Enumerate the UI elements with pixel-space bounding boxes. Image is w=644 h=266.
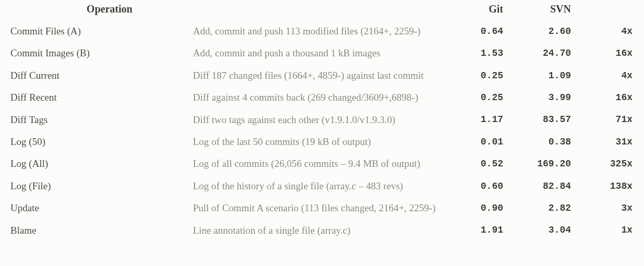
op-name: Commit Images (B) [0, 42, 188, 64]
svn-time: 83.57 [508, 109, 576, 131]
op-name: Log (50) [0, 131, 188, 153]
op-desc: Log of the last 50 commits (19 kB of out… [188, 131, 446, 153]
table-row: Diff RecentDiff against 4 commits back (… [0, 87, 644, 108]
header-operation: Operation [0, 0, 188, 20]
ratio: 16x [576, 42, 644, 64]
table-row: Log (File)Log of the history of a single… [0, 175, 644, 197]
svn-time: 1.09 [508, 65, 576, 87]
table-row: Log (All)Log of all commits (26,056 comm… [0, 153, 644, 175]
svn-time: 2.82 [508, 197, 576, 219]
ratio: 71x [576, 109, 644, 131]
git-time: 0.25 [446, 87, 508, 108]
op-name: Diff Recent [0, 87, 188, 108]
ratio: 4x [576, 65, 644, 87]
ratio: 3x [576, 197, 644, 219]
table-row: UpdatePull of Commit A scenario (113 fil… [0, 197, 644, 219]
git-time: 0.90 [446, 197, 508, 219]
op-name: Blame [0, 220, 188, 241]
git-time: 1.53 [446, 42, 508, 64]
op-name: Commit Files (A) [0, 20, 188, 42]
table-row: Commit Images (B)Add, commit and push a … [0, 42, 644, 64]
op-desc: Pull of Commit A scenario (113 files cha… [188, 197, 446, 219]
op-desc: Add, commit and push a thousand 1 kB ima… [188, 42, 446, 64]
op-name: Diff Tags [0, 109, 188, 131]
op-desc: Diff two tags against each other (v1.9.1… [188, 109, 446, 131]
header-ratio [576, 0, 644, 20]
git-time: 0.64 [446, 20, 508, 42]
table-row: BlameLine annotation of a single file (a… [0, 220, 644, 241]
op-desc: Log of the history of a single file (arr… [188, 175, 446, 197]
header-desc [188, 0, 446, 20]
ratio: 4x [576, 20, 644, 42]
op-desc: Add, commit and push 113 modified files … [188, 20, 446, 42]
op-name: Log (All) [0, 153, 188, 175]
op-desc: Log of all commits (26,056 commits – 9.4… [188, 153, 446, 175]
svn-time: 82.84 [508, 175, 576, 197]
svn-time: 2.60 [508, 20, 576, 42]
table-row: Diff CurrentDiff 187 changed files (1664… [0, 65, 644, 87]
ratio: 325x [576, 153, 644, 175]
git-time: 1.91 [446, 220, 508, 241]
op-desc: Diff against 4 commits back (269 changed… [188, 87, 446, 108]
ratio: 138x [576, 175, 644, 197]
svn-time: 0.38 [508, 131, 576, 153]
header-svn: SVN [508, 0, 576, 20]
op-desc: Diff 187 changed files (1664+, 4859-) ag… [188, 65, 446, 87]
table-row: Commit Files (A)Add, commit and push 113… [0, 20, 644, 42]
git-time: 1.17 [446, 109, 508, 131]
svn-time: 169.20 [508, 153, 576, 175]
header-git: Git [446, 0, 508, 20]
ratio: 16x [576, 87, 644, 108]
benchmark-table: Operation Git SVN Commit Files (A)Add, c… [0, 0, 644, 241]
svn-time: 3.99 [508, 87, 576, 108]
op-name: Diff Current [0, 65, 188, 87]
ratio: 31x [576, 131, 644, 153]
svn-time: 24.70 [508, 42, 576, 64]
table-body: Commit Files (A)Add, commit and push 113… [0, 20, 644, 241]
table-header: Operation Git SVN [0, 0, 644, 20]
git-time: 0.52 [446, 153, 508, 175]
svn-time: 3.04 [508, 220, 576, 241]
table-row: Log (50)Log of the last 50 commits (19 k… [0, 131, 644, 153]
git-time: 0.60 [446, 175, 508, 197]
op-name: Update [0, 197, 188, 219]
git-time: 0.25 [446, 65, 508, 87]
op-name: Log (File) [0, 175, 188, 197]
ratio: 1x [576, 220, 644, 241]
git-time: 0.01 [446, 131, 508, 153]
op-desc: Line annotation of a single file (array.… [188, 220, 446, 241]
table-row: Diff TagsDiff two tags against each othe… [0, 109, 644, 131]
